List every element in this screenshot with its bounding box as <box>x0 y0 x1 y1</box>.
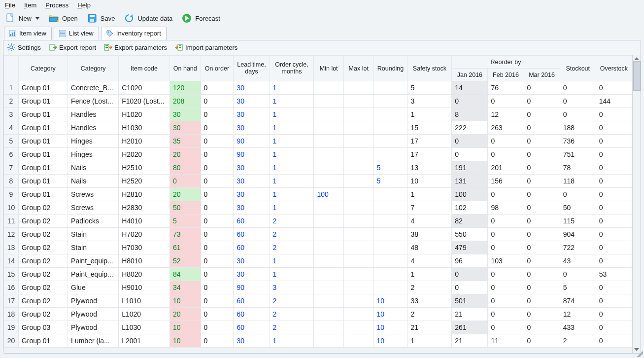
cell-reorder-jan[interactable]: 261 <box>452 321 488 334</box>
cell-reorder-jan[interactable]: 0 <box>452 95 488 108</box>
cell-order-cycle[interactable]: 2 <box>270 294 314 308</box>
cell-category-1[interactable]: Group 02 <box>18 294 68 308</box>
cell-rounding[interactable]: 5 <box>373 175 407 188</box>
cell-stockout[interactable]: 0 <box>560 188 596 201</box>
cell-safety-stock[interactable]: 4 <box>407 254 452 268</box>
cell-reorder-feb[interactable]: 103 <box>488 254 524 268</box>
cell-rownum[interactable]: 19 <box>4 321 19 334</box>
cell-reorder-feb[interactable]: 0 <box>488 241 524 254</box>
cell-overstock[interactable]: 0 <box>596 121 632 135</box>
cell-safety-stock[interactable]: 2 <box>407 308 452 321</box>
cell-reorder-feb[interactable]: 76 <box>488 81 524 95</box>
table-row[interactable]: 6Group 01HingesH2020200901170007510 <box>4 148 632 161</box>
cell-reorder-feb[interactable]: 0 <box>488 268 524 281</box>
cell-rownum[interactable]: 12 <box>4 228 19 241</box>
cell-reorder-mar[interactable]: 0 <box>524 254 560 268</box>
cell-lead-time[interactable]: 90 <box>234 135 270 148</box>
cell-stockout[interactable]: 0 <box>560 268 596 281</box>
cell-item-code[interactable]: H1020 <box>119 108 170 121</box>
cell-item-code[interactable]: H2810 <box>119 188 170 201</box>
cell-reorder-jan[interactable]: 82 <box>452 215 488 228</box>
export-report-button[interactable]: Export report <box>49 43 96 51</box>
table-row[interactable]: 9Group 01ScrewsH281020030110011000000 <box>4 188 632 201</box>
cell-max-lot[interactable] <box>343 281 373 294</box>
cell-item-code[interactable]: H8020 <box>119 268 170 281</box>
header-on-hand[interactable]: On hand <box>169 56 201 81</box>
cell-max-lot[interactable] <box>343 121 373 135</box>
cell-category-1[interactable]: Group 02 <box>18 215 68 228</box>
cell-reorder-jan[interactable]: 501 <box>452 294 488 308</box>
cell-reorder-mar[interactable]: 0 <box>524 294 560 308</box>
cell-reorder-feb[interactable]: 0 <box>488 321 524 334</box>
cell-rownum[interactable]: 16 <box>4 281 19 294</box>
cell-rownum[interactable]: 14 <box>4 254 19 268</box>
cell-reorder-mar[interactable]: 0 <box>524 95 560 108</box>
cell-on-hand[interactable]: 20 <box>169 188 201 201</box>
cell-rounding[interactable] <box>373 148 407 161</box>
cell-rownum[interactable]: 20 <box>4 334 19 348</box>
cell-safety-stock[interactable]: 48 <box>407 241 452 254</box>
cell-stockout[interactable]: 433 <box>560 321 596 334</box>
cell-safety-stock[interactable]: 3 <box>407 95 452 108</box>
cell-lead-time[interactable]: 30 <box>234 175 270 188</box>
header-month-1[interactable]: Jan 2016 <box>452 69 488 81</box>
cell-rownum[interactable]: 3 <box>4 108 19 121</box>
cell-category-1[interactable]: Group 01 <box>18 108 68 121</box>
cell-on-order[interactable]: 0 <box>201 281 234 294</box>
cell-max-lot[interactable] <box>343 201 373 215</box>
header-month-2[interactable]: Feb 2016 <box>488 69 524 81</box>
table-row[interactable]: 13Group 02StainH703061060248479007220 <box>4 241 632 254</box>
cell-overstock[interactable]: 0 <box>596 321 632 334</box>
cell-reorder-feb[interactable]: 0 <box>488 228 524 241</box>
cell-rownum[interactable]: 5 <box>4 135 19 148</box>
cell-reorder-jan[interactable]: 14 <box>452 81 488 95</box>
cell-lead-time[interactable]: 60 <box>234 241 270 254</box>
cell-max-lot[interactable] <box>343 95 373 108</box>
cell-on-hand[interactable]: 52 <box>169 254 201 268</box>
cell-reorder-feb[interactable]: 0 <box>488 281 524 294</box>
open-button[interactable]: Open <box>48 13 78 24</box>
cell-on-order[interactable]: 0 <box>201 135 234 148</box>
table-row[interactable]: 17Group 02PlywoodL1010100602103350100874… <box>4 294 632 308</box>
cell-item-code[interactable]: H2520 <box>119 175 170 188</box>
cell-on-order[interactable]: 0 <box>201 108 234 121</box>
cell-rownum[interactable]: 9 <box>4 188 19 201</box>
cell-lead-time[interactable]: 30 <box>234 201 270 215</box>
save-button[interactable]: Save <box>87 13 115 24</box>
cell-reorder-mar[interactable]: 0 <box>524 148 560 161</box>
cell-max-lot[interactable] <box>343 321 373 334</box>
cell-lead-time[interactable]: 60 <box>234 308 270 321</box>
cell-reorder-mar[interactable]: 0 <box>524 334 560 348</box>
cell-on-hand[interactable]: 208 <box>169 95 201 108</box>
cell-lead-time[interactable]: 30 <box>234 95 270 108</box>
header-overstock[interactable]: Overstock <box>596 56 632 81</box>
cell-category-1[interactable]: Group 01 <box>18 95 68 108</box>
cell-safety-stock[interactable]: 38 <box>407 228 452 241</box>
cell-on-order[interactable]: 0 <box>201 188 234 201</box>
cell-safety-stock[interactable]: 10 <box>407 175 452 188</box>
cell-order-cycle[interactable]: 2 <box>270 308 314 321</box>
cell-rownum[interactable]: 18 <box>4 308 19 321</box>
cell-overstock[interactable]: 0 <box>596 228 632 241</box>
cell-category-2[interactable]: Plywood <box>68 294 119 308</box>
cell-max-lot[interactable] <box>343 334 373 348</box>
cell-reorder-feb[interactable]: 0 <box>488 148 524 161</box>
cell-max-lot[interactable] <box>343 268 373 281</box>
cell-rounding[interactable] <box>373 241 407 254</box>
cell-on-order[interactable]: 0 <box>201 175 234 188</box>
table-row[interactable]: 5Group 01HingesH2010350901170007360 <box>4 135 632 148</box>
cell-lead-time[interactable]: 30 <box>234 188 270 201</box>
cell-min-lot[interactable]: 100 <box>314 188 344 201</box>
cell-overstock[interactable]: 53 <box>596 268 632 281</box>
cell-min-lot[interactable] <box>314 121 344 135</box>
cell-reorder-feb[interactable]: 0 <box>488 308 524 321</box>
cell-overstock[interactable]: 0 <box>596 294 632 308</box>
cell-reorder-mar[interactable]: 0 <box>524 175 560 188</box>
table-row[interactable]: 16Group 02GlueH9010340903200050 <box>4 281 632 294</box>
header-min-lot[interactable]: Min lot <box>314 56 344 81</box>
cell-order-cycle[interactable]: 1 <box>270 108 314 121</box>
cell-rounding[interactable] <box>373 135 407 148</box>
cell-order-cycle[interactable]: 1 <box>270 188 314 201</box>
cell-reorder-jan[interactable]: 131 <box>452 175 488 188</box>
cell-category-1[interactable]: Group 01 <box>18 81 68 95</box>
